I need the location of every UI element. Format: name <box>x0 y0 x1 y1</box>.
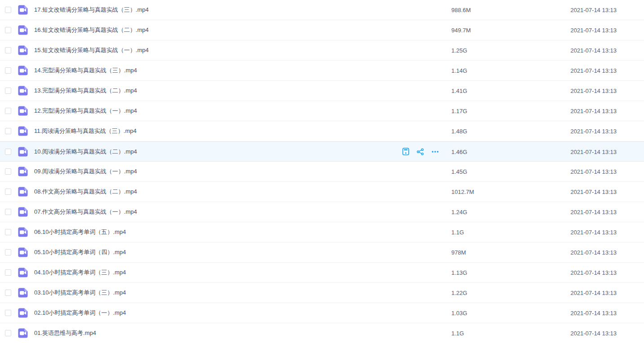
file-size: 1.1G <box>451 330 464 337</box>
file-size: 1.22G <box>451 290 467 296</box>
video-file-icon <box>18 147 28 157</box>
file-name-link[interactable]: 03.10小时搞定高考单词（三）.mp4 <box>34 289 126 297</box>
share-icon[interactable] <box>417 148 424 155</box>
file-modified-date: 2021-07-14 13:13 <box>570 7 617 13</box>
row-checkbox[interactable] <box>5 47 11 53</box>
file-name-link[interactable]: 10.阅读满分策略与真题实战（二）.mp4 <box>34 148 137 156</box>
file-size: 1.45G <box>451 168 467 175</box>
file-size: 1.03G <box>451 310 467 317</box>
video-file-icon <box>18 25 28 35</box>
row-hover-actions <box>402 148 439 155</box>
row-checkbox[interactable] <box>5 330 11 336</box>
row-checkbox[interactable] <box>5 27 11 33</box>
file-size: 1.46G <box>451 148 467 155</box>
file-size: 1.14G <box>451 67 467 74</box>
row-checkbox[interactable] <box>5 108 11 114</box>
file-list: 17.短文改错满分策略与真题实战（三）.mp4 <box>0 0 644 343</box>
file-modified-date: 2021-07-14 13:13 <box>570 310 617 317</box>
file-row[interactable]: 02.10小时搞定高考单词（一）.mp4 <box>0 303 644 323</box>
file-modified-date: 2021-07-14 13:13 <box>570 128 617 135</box>
file-name-link[interactable]: 09.阅读满分策略与真题实战（一）.mp4 <box>34 167 137 176</box>
file-name-link[interactable]: 02.10小时搞定高考单词（一）.mp4 <box>34 309 126 317</box>
file-row[interactable]: 08.作文高分策略与真题实战（二）.mp4 <box>0 182 644 202</box>
file-row[interactable]: 05.10小时搞定高考单词（四）.mp4 <box>0 242 644 263</box>
file-modified-date: 2021-07-14 13:13 <box>570 47 617 54</box>
file-row[interactable]: 17.短文改错满分策略与真题实战（三）.mp4 <box>0 0 644 20</box>
file-name-link[interactable]: 04.10小时搞定高考单词（三）.mp4 <box>34 268 126 277</box>
file-row[interactable]: 15.短文改错满分策略与真题实战（一）.mp4 <box>0 40 644 61</box>
file-size: 1.24G <box>451 209 467 215</box>
file-name-link[interactable]: 07.作文高分策略与真题实战（一）.mp4 <box>34 208 137 216</box>
row-checkbox[interactable] <box>5 269 11 276</box>
file-modified-date: 2021-07-14 13:13 <box>570 229 617 236</box>
video-file-icon <box>18 288 28 298</box>
file-name-link[interactable]: 13.完型满分策略与真题实战（二）.mp4 <box>34 87 137 95</box>
file-row[interactable]: 14.完型满分策略与真题实战（三）.mp4 <box>0 61 644 81</box>
file-modified-date: 2021-07-14 13:13 <box>570 269 617 276</box>
file-name-link[interactable]: 17.短文改错满分策略与真题实战（三）.mp4 <box>34 6 149 14</box>
file-name-link[interactable]: 08.作文高分策略与真题实战（二）.mp4 <box>34 188 137 196</box>
video-file-icon <box>18 247 28 257</box>
file-row[interactable]: 13.完型满分策略与真题实战（二）.mp4 <box>0 81 644 101</box>
file-modified-date: 2021-07-14 13:13 <box>570 249 617 256</box>
video-file-icon <box>18 268 28 277</box>
device-icon[interactable] <box>402 148 409 155</box>
file-modified-date: 2021-07-14 13:13 <box>570 148 617 155</box>
video-file-icon <box>18 187 28 197</box>
video-file-icon <box>18 167 28 176</box>
file-row[interactable]: 03.10小时搞定高考单词（三）.mp4 <box>0 283 644 303</box>
video-file-icon <box>18 126 28 136</box>
file-row[interactable]: 09.阅读满分策略与真题实战（一）.mp4 <box>0 162 644 182</box>
file-row[interactable]: 11.阅读满分策略与真题实战（三）.mp4 <box>0 121 644 141</box>
file-modified-date: 2021-07-14 13:13 <box>570 88 617 94</box>
file-size: 1.41G <box>451 88 467 94</box>
file-modified-date: 2021-07-14 13:13 <box>570 189 617 195</box>
file-name-link[interactable]: 16.短文改错满分策略与真题实战（二）.mp4 <box>34 26 149 34</box>
row-checkbox[interactable] <box>5 189 11 195</box>
file-size: 1.13G <box>451 269 467 276</box>
file-name-link[interactable]: 14.完型满分策略与真题实战（三）.mp4 <box>34 66 137 75</box>
file-size: 1.48G <box>451 128 467 135</box>
file-row[interactable]: 07.作文高分策略与真题实战（一）.mp4 <box>0 202 644 222</box>
file-row[interactable]: 01.英语思维与高考.mp4 <box>0 323 644 343</box>
video-file-icon <box>18 5 28 15</box>
file-size: 1.1G <box>451 229 464 236</box>
file-modified-date: 2021-07-14 13:13 <box>570 67 617 74</box>
file-name-link[interactable]: 11.阅读满分策略与真题实战（三）.mp4 <box>34 127 137 135</box>
video-file-icon <box>18 66 28 75</box>
file-name-link[interactable]: 05.10小时搞定高考单词（四）.mp4 <box>34 248 126 256</box>
file-modified-date: 2021-07-14 13:13 <box>570 330 617 337</box>
file-modified-date: 2021-07-14 13:13 <box>570 290 617 296</box>
more-actions-icon[interactable] <box>432 148 439 155</box>
row-checkbox[interactable] <box>5 209 11 215</box>
file-name-link[interactable]: 15.短文改错满分策略与真题实战（一）.mp4 <box>34 46 149 54</box>
file-name-link[interactable]: 01.英语思维与高考.mp4 <box>34 329 96 337</box>
row-checkbox[interactable] <box>5 290 11 296</box>
file-row[interactable]: 06.10小时搞定高考单词（五）.mp4 <box>0 222 644 242</box>
video-file-icon <box>18 106 28 116</box>
row-checkbox[interactable] <box>5 310 11 316</box>
row-checkbox[interactable] <box>5 229 11 235</box>
file-name-link[interactable]: 06.10小时搞定高考单词（五）.mp4 <box>34 228 126 236</box>
file-modified-date: 2021-07-14 13:13 <box>570 27 617 34</box>
row-checkbox[interactable] <box>5 67 11 74</box>
row-checkbox[interactable] <box>5 168 11 175</box>
file-modified-date: 2021-07-14 13:13 <box>570 209 617 215</box>
video-file-icon <box>18 207 28 217</box>
file-row[interactable]: 12.完型满分策略与真题实战（一）.mp4 <box>0 101 644 121</box>
file-row[interactable]: 10.阅读满分策略与真题实战（二）.mp4 <box>0 141 644 162</box>
row-checkbox[interactable] <box>5 249 11 255</box>
file-name-link[interactable]: 12.完型满分策略与真题实战（一）.mp4 <box>34 107 137 115</box>
row-checkbox[interactable] <box>5 128 11 134</box>
file-size: 1.25G <box>451 47 467 54</box>
row-checkbox[interactable] <box>5 7 11 13</box>
file-row[interactable]: 04.10小时搞定高考单词（三）.mp4 <box>0 263 644 283</box>
row-checkbox[interactable] <box>5 88 11 94</box>
file-modified-date: 2021-07-14 13:13 <box>570 108 617 114</box>
file-row[interactable]: 16.短文改错满分策略与真题实战（二）.mp4 <box>0 20 644 40</box>
video-file-icon <box>18 45 28 55</box>
file-size: 949.7M <box>451 27 471 34</box>
video-file-icon <box>18 227 28 237</box>
row-checkbox[interactable] <box>5 149 11 155</box>
file-size: 1.17G <box>451 108 467 114</box>
